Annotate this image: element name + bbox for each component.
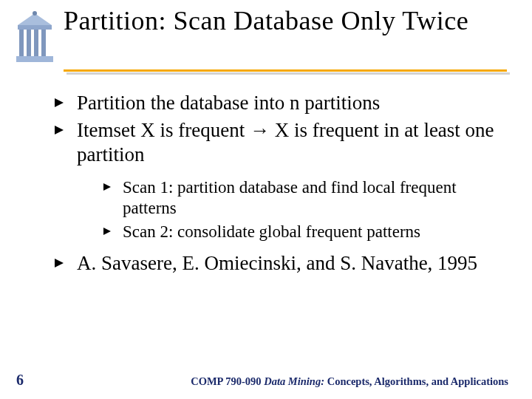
page-number: 6 <box>16 372 24 389</box>
course-name: Data Mining: <box>264 375 324 387</box>
course-rest: Concepts, Algorithms, and Applications <box>324 375 508 387</box>
sub-bullet-item: Scan 1: partition database and find loca… <box>102 177 502 219</box>
svg-point-6 <box>33 11 37 16</box>
content: Partition the database into n partitions… <box>0 75 532 276</box>
footer: 6 COMP 790-090 Data Mining: Concepts, Al… <box>0 372 532 389</box>
title-rule <box>64 69 532 75</box>
unc-logo <box>12 10 58 68</box>
course-footer: COMP 790-090 Data Mining: Concepts, Algo… <box>191 375 508 388</box>
bullet-item: Partition the database into n partitions <box>52 91 502 115</box>
sub-bullet-item: Scan 2: consolidate global frequent patt… <box>102 222 502 242</box>
course-code: COMP 790-090 <box>191 375 264 387</box>
bullet-list: Partition the database into n partitions… <box>52 91 502 276</box>
svg-rect-0 <box>16 56 53 62</box>
slide: Partition: Scan Database Only Twice Part… <box>0 0 532 399</box>
svg-rect-3 <box>34 30 38 56</box>
svg-rect-4 <box>41 30 46 56</box>
header: Partition: Scan Database Only Twice <box>0 6 532 68</box>
bullet-item: Itemset X is frequent → X is frequent in… <box>52 118 502 242</box>
svg-rect-5 <box>18 25 52 30</box>
bullet-text: Itemset X is frequent → X is frequent in… <box>77 119 494 166</box>
bullet-item: A. Savasere, E. Omiecinski, and S. Navat… <box>52 251 502 276</box>
svg-rect-1 <box>19 30 24 56</box>
slide-title: Partition: Scan Database Only Twice <box>64 6 468 36</box>
svg-rect-2 <box>27 30 31 56</box>
sub-bullet-list: Scan 1: partition database and find loca… <box>102 177 502 242</box>
